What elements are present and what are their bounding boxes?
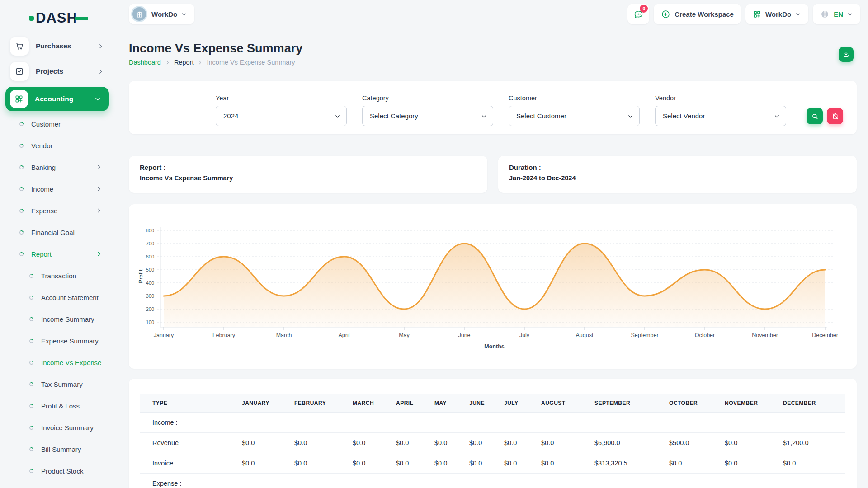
cell: $0.0 — [431, 453, 466, 474]
sidebar-item-accounting[interactable]: Accounting — [5, 87, 109, 111]
workspace-selector[interactable]: WorkDo — [129, 4, 194, 24]
cell: $0.0 — [721, 453, 779, 474]
column-header: DECEMBER — [779, 394, 845, 413]
sidebar-item-expense[interactable]: Expense — [0, 200, 115, 221]
sidebar-item-profit-loss[interactable]: Profit & Loss — [0, 395, 115, 417]
breadcrumb-dashboard[interactable]: Dashboard — [129, 59, 161, 66]
download-button[interactable] — [839, 47, 854, 62]
cell: $0.0 — [238, 433, 291, 453]
column-header: APRIL — [392, 394, 431, 413]
row-label: Revenue — [140, 433, 238, 453]
column-header: NOVEMBER — [721, 394, 779, 413]
circle-bullet-icon — [29, 469, 34, 474]
sidebar-item-projects[interactable]: Projects — [0, 59, 115, 84]
sidebar-item-purchases[interactable]: Purchases — [0, 33, 115, 59]
sidebar-item-product-stock[interactable]: Product Stock — [0, 460, 115, 482]
year-select-value: 2024 — [223, 112, 238, 120]
svg-text:September: September — [631, 332, 658, 338]
circle-bullet-icon — [29, 273, 34, 278]
cell: $0.0 — [349, 453, 392, 474]
svg-text:November: November — [752, 332, 778, 338]
sidebar-item-report[interactable]: Report — [0, 243, 115, 265]
sidebar-item-label: Transaction — [41, 272, 76, 280]
svg-text:800: 800 — [146, 228, 154, 233]
create-workspace-label: Create Workspace — [675, 10, 734, 18]
column-header: JANUARY — [238, 394, 291, 413]
column-header: FEBRUARY — [291, 394, 349, 413]
table-row: Expense : — [140, 474, 845, 488]
chevron-right-icon — [96, 208, 102, 213]
vendor-select[interactable]: Select Vendor — [655, 106, 786, 126]
row-label: Invoice — [140, 453, 238, 474]
category-select[interactable]: Select Category — [362, 106, 493, 126]
svg-text:500: 500 — [146, 267, 154, 272]
svg-text:200: 200 — [146, 306, 154, 312]
top-bar-right: 0 Create Workspace WorkDo EN — [627, 4, 860, 24]
language-selector[interactable]: EN — [813, 4, 860, 24]
cell: $0.0 — [349, 433, 392, 453]
sidebar-item-banking[interactable]: Banking — [0, 156, 115, 178]
reset-filter-button[interactable] — [827, 108, 843, 124]
profit-chart-svg: 100200300400500600700800JanuaryFebruaryM… — [129, 204, 857, 369]
cell: $0.0 — [779, 453, 845, 474]
sidebar-item-label: Bill Summary — [41, 446, 81, 453]
sidebar-item-vendor[interactable]: Vendor — [0, 135, 115, 156]
sidebar-item-label: Expense Summary — [41, 337, 99, 345]
customer-label: Customer — [509, 94, 640, 102]
sidebar-item-invoice-summary[interactable]: Invoice Summary — [0, 417, 115, 438]
sidebar-item-label: Invoice Summary — [41, 424, 94, 432]
chevron-right-icon — [98, 43, 104, 49]
sidebar-item-transaction[interactable]: Transaction — [0, 265, 115, 286]
cell: $0.0 — [466, 433, 500, 453]
column-header: AUGUST — [538, 394, 591, 413]
circle-bullet-icon — [19, 187, 24, 192]
chevron-down-icon — [774, 113, 780, 119]
sidebar-item-expense-summary[interactable]: Expense Summary — [0, 330, 115, 352]
messages-button[interactable]: 0 — [627, 4, 649, 24]
circle-bullet-icon — [29, 360, 34, 365]
create-workspace-button[interactable]: Create Workspace — [654, 4, 741, 24]
sidebar-item-income[interactable]: Income — [0, 178, 115, 200]
sidebar-item-financial-goal[interactable]: Financial Goal — [0, 221, 115, 243]
svg-text:July: July — [519, 332, 530, 338]
dash-logo[interactable]: DASH — [29, 8, 115, 28]
cell: $0.0 — [538, 433, 591, 453]
sidebar-item-tax-summary[interactable]: Tax Summary — [0, 373, 115, 395]
svg-text:October: October — [695, 332, 715, 338]
sidebar-item-income-vs-expense[interactable]: Income Vs Expense — [0, 352, 115, 373]
sidebar-item-account-statement[interactable]: Account Statement — [0, 286, 115, 308]
cell: $500.0 — [665, 433, 721, 453]
circle-plus-icon — [661, 9, 670, 19]
workspace-name: WorkDo — [151, 10, 177, 18]
cell: $0.0 — [291, 453, 349, 474]
circle-bullet-icon — [29, 425, 34, 430]
grid-plus-icon — [10, 90, 28, 108]
apply-filter-button[interactable] — [807, 108, 823, 124]
duration-card-value: Jan-2024 to Dec-2024 — [509, 174, 846, 182]
column-header: TYPE — [140, 394, 238, 413]
column-header: JUNE — [466, 394, 500, 413]
category-select-value: Select Category — [370, 112, 418, 120]
sidebar-item-cash-flow[interactable]: Cash Flow — [0, 482, 115, 488]
language-code: EN — [834, 10, 843, 18]
sidebar-item-label: Income Vs Expense — [41, 359, 101, 366]
income-expense-table-card: TYPE JANUARY FEBRUARY MARCH APRIL MAY JU… — [129, 379, 857, 488]
svg-text:December: December — [812, 332, 838, 338]
workdo-menu-button[interactable]: WorkDo — [745, 4, 808, 24]
sidebar-item-customer[interactable]: Customer — [0, 113, 115, 135]
breadcrumb-report[interactable]: Report — [174, 59, 194, 66]
table-row: Revenue $0.0 $0.0 $0.0 $0.0 $0.0 $0.0 $0… — [140, 433, 845, 453]
customer-select[interactable]: Select Customer — [509, 106, 640, 126]
cell: $0.0 — [665, 453, 721, 474]
chevron-right-icon — [98, 69, 104, 75]
sidebar-item-label: Expense — [31, 207, 57, 215]
logo-text: DASH — [36, 10, 77, 26]
chevron-down-icon — [481, 113, 487, 119]
sidebar-item-bill-summary[interactable]: Bill Summary — [0, 438, 115, 460]
column-header: OCTOBER — [665, 394, 721, 413]
sidebar-item-income-summary[interactable]: Income Summary — [0, 308, 115, 330]
table-row: Income : — [140, 413, 845, 433]
svg-text:June: June — [458, 332, 470, 338]
year-select[interactable]: 2024 — [216, 106, 347, 126]
circle-bullet-icon — [29, 404, 34, 408]
